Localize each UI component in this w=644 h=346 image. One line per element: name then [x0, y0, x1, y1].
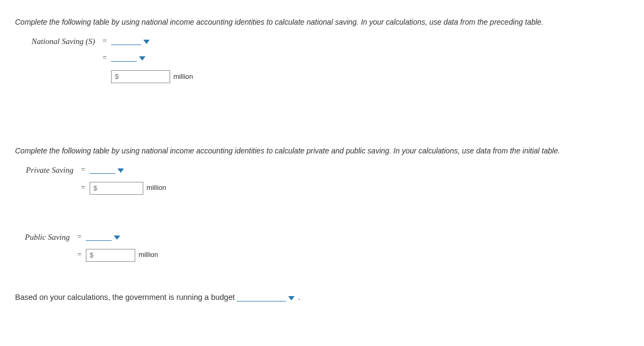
equals-sign: =: [77, 181, 90, 195]
private-saving-input[interactable]: [90, 182, 143, 195]
instruction-2: Complete the following table by using na…: [15, 144, 629, 158]
equals-sign: =: [73, 248, 86, 262]
private-saving-block: Private Saving = = million: [15, 161, 629, 196]
unit-label: million: [138, 248, 158, 262]
national-saving-block: National Saving (S) = = = million: [15, 33, 629, 85]
private-saving-label: Private Saving: [15, 163, 77, 178]
budget-dropdown[interactable]: [237, 294, 295, 301]
public-saving-input[interactable]: [86, 249, 135, 262]
equals-sign: =: [98, 34, 111, 49]
final-sentence: Based on your calculations, the governme…: [15, 290, 629, 305]
equals-sign: =: [98, 51, 111, 65]
private-saving-dropdown[interactable]: [90, 166, 124, 174]
chevron-down-icon: [114, 235, 120, 240]
national-saving-dropdown-1[interactable]: [111, 38, 150, 45]
unit-label: million: [147, 181, 166, 195]
national-saving-dropdown-2[interactable]: [111, 54, 145, 62]
final-text-before: Based on your calculations, the governme…: [15, 290, 235, 305]
equals-sign: =: [73, 230, 86, 245]
chevron-down-icon: [143, 40, 150, 44]
public-saving-block: Public Saving = = million: [15, 229, 629, 263]
equals-sign: =: [77, 163, 90, 178]
chevron-down-icon: [118, 168, 124, 173]
public-saving-dropdown[interactable]: [86, 233, 120, 241]
unit-label: million: [173, 70, 193, 84]
chevron-down-icon: [288, 296, 295, 300]
chevron-down-icon: [139, 56, 145, 61]
national-saving-label: National Saving (S): [15, 34, 98, 49]
final-period: .: [298, 290, 300, 305]
national-saving-input[interactable]: [111, 70, 170, 83]
instruction-1: Complete the following table by using na…: [15, 15, 629, 30]
public-saving-label: Public Saving: [15, 230, 73, 245]
